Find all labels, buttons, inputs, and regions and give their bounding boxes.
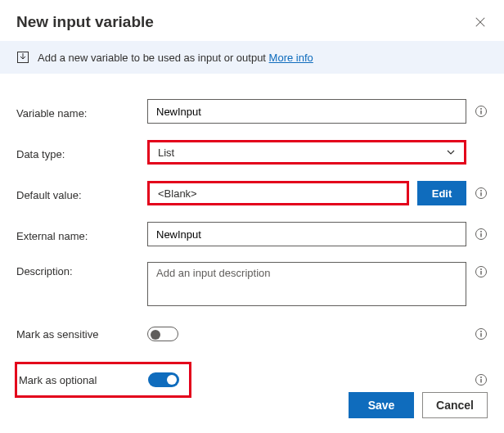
label-optional: Mark as optional — [17, 374, 148, 386]
save-button[interactable]: Save — [349, 392, 414, 418]
row-external-name: External name: — [16, 221, 488, 247]
label-external-name: External name: — [16, 227, 147, 242]
info-icon-external-name[interactable] — [475, 228, 488, 241]
data-type-select[interactable]: List — [147, 140, 466, 165]
import-icon — [16, 51, 29, 64]
svg-point-14 — [480, 268, 482, 270]
svg-point-17 — [480, 331, 482, 332]
dialog-footer: Save Cancel — [349, 392, 488, 418]
data-type-value: List — [158, 147, 174, 159]
svg-point-5 — [480, 108, 482, 110]
optional-toggle[interactable] — [148, 372, 179, 387]
close-button[interactable] — [473, 15, 488, 29]
info-icon-description[interactable] — [475, 265, 488, 278]
banner-message: Add a new variable to be used as input o… — [38, 52, 269, 64]
edit-default-value-button[interactable]: Edit — [417, 181, 466, 205]
row-data-type: Data type: List — [16, 139, 488, 165]
form-body: Variable name: Data type: List Default v… — [0, 74, 504, 406]
optional-highlight: Mark as optional — [15, 362, 191, 398]
info-icon-variable-name[interactable] — [475, 105, 488, 118]
label-data-type: Data type: — [16, 145, 147, 160]
dialog-title: New input variable — [16, 13, 154, 31]
banner-text: Add a new variable to be used as input o… — [38, 52, 313, 64]
default-value-box: <Blank> — [147, 181, 409, 205]
new-input-variable-dialog: New input variable Add a new variable to… — [0, 0, 504, 433]
sensitive-toggle[interactable] — [147, 327, 178, 341]
label-default-value: Default value: — [16, 186, 147, 201]
external-name-input[interactable] — [147, 222, 466, 246]
row-sensitive: Mark as sensitive — [16, 321, 488, 347]
svg-point-20 — [480, 377, 482, 378]
label-sensitive: Mark as sensitive — [16, 328, 147, 341]
label-description: Description: — [16, 262, 147, 277]
label-variable-name: Variable name: — [16, 104, 147, 120]
cancel-button[interactable]: Cancel — [422, 392, 488, 418]
info-icon-optional[interactable] — [475, 373, 488, 386]
svg-point-8 — [480, 190, 482, 192]
default-value-text: <Blank> — [158, 187, 197, 200]
info-banner: Add a new variable to be used as input o… — [0, 41, 504, 74]
svg-point-11 — [480, 231, 482, 232]
row-variable-name: Variable name: — [16, 98, 488, 124]
info-icon-sensitive[interactable] — [475, 327, 488, 341]
info-icon-default-value[interactable] — [475, 187, 488, 200]
row-default-value: Default value: <Blank> Edit — [16, 180, 488, 206]
chevron-down-icon — [446, 147, 456, 157]
dialog-header: New input variable — [0, 0, 504, 41]
row-description: Description: — [16, 262, 488, 306]
more-info-link[interactable]: More info — [269, 52, 313, 64]
description-input[interactable] — [147, 262, 466, 306]
close-icon — [475, 16, 486, 28]
variable-name-input[interactable] — [147, 99, 466, 124]
